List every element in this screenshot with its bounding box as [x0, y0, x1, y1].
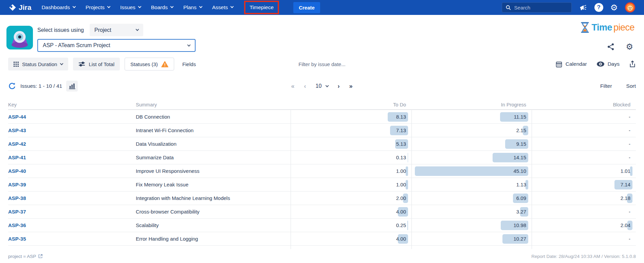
nav-item-timepiece[interactable]: Timepiece: [244, 0, 279, 15]
date-filter-input[interactable]: Filter by issue date...: [298, 61, 345, 67]
days-toggle-button[interactable]: Days: [596, 61, 620, 67]
duration-value: 45.10: [513, 168, 526, 174]
blocked-cell: 2.04: [532, 219, 636, 232]
in-progress-cell: 14.15: [411, 151, 532, 164]
issue-key-link[interactable]: ASP-39: [8, 182, 136, 187]
avatar[interactable]: [625, 2, 635, 13]
next-page-button[interactable]: ›: [337, 83, 340, 90]
todo-cell: 2.00: [291, 191, 411, 205]
sort-button[interactable]: Sort: [626, 83, 636, 89]
refresh-icon[interactable]: [8, 82, 16, 90]
nav-item-projects[interactable]: Projects: [86, 0, 110, 15]
search-box[interactable]: Search: [502, 2, 572, 13]
issue-key-link[interactable]: ASP-37: [8, 209, 136, 215]
sliders-icon: [78, 61, 85, 67]
col-header-blocked: Blocked: [532, 102, 636, 107]
issue-key-link[interactable]: ASP-35: [8, 236, 136, 242]
duration-value: -: [629, 127, 630, 133]
duration-value: -: [629, 236, 630, 242]
todo-cell: 5.13: [291, 137, 411, 150]
chevron-down-icon: [187, 43, 191, 46]
chevron-down-icon: [326, 84, 329, 87]
table-row: ASP-36Scalability0.2510.982.04: [8, 219, 636, 232]
issue-key-link[interactable]: ASP-40: [8, 168, 136, 174]
in-progress-cell: 9.15: [411, 137, 532, 150]
issue-summary: DB Connection: [136, 114, 291, 120]
table-row: ASP-41Summarize Data0.1314.15-: [8, 151, 636, 164]
issue-key-link[interactable]: ASP-44: [8, 114, 136, 120]
timepiece-app-icon: [6, 26, 33, 49]
issue-key-link[interactable]: ASP-41: [8, 155, 136, 160]
bar-chart-icon: [69, 83, 75, 89]
in-progress-cell: 10.27: [411, 232, 532, 245]
todo-cell: 1.00: [291, 178, 411, 191]
app-header: Select issues using Project ASP - ATeam …: [0, 15, 644, 58]
duration-value: 6.09: [516, 195, 526, 201]
last-page-button[interactable]: »: [349, 83, 353, 90]
search-icon: [505, 5, 511, 11]
duration-bar: [415, 166, 528, 176]
duration-value: 2.15: [516, 127, 526, 133]
logo-piece-text: piece: [613, 22, 634, 33]
duration-value: 2.00: [396, 195, 406, 201]
duration-value: 10.27: [513, 236, 526, 242]
duration-value: 4.00: [396, 236, 406, 242]
export-icon[interactable]: [629, 60, 636, 68]
blocked-cell: -: [532, 205, 636, 218]
create-button[interactable]: Create: [293, 2, 320, 13]
duration-value: 2.04: [621, 222, 630, 228]
list-of-total-button[interactable]: List of Total: [73, 58, 120, 70]
toolbar: Status Duration List of Total Statuses (…: [8, 57, 636, 71]
page-size-select[interactable]: 10: [316, 83, 329, 89]
nav-item-boards[interactable]: Boards: [151, 0, 173, 15]
megaphone-icon[interactable]: [579, 4, 587, 12]
issue-key-link[interactable]: ASP-36: [8, 222, 136, 228]
fields-button[interactable]: Fields: [182, 61, 196, 67]
search-placeholder: Search: [514, 5, 531, 11]
duration-value: 11.15: [514, 114, 526, 120]
prev-page-button[interactable]: ‹: [304, 83, 307, 90]
table-header: Key Summary To Do In Progress Blocked: [8, 100, 636, 110]
select-mode-dropdown[interactable]: Project: [90, 24, 143, 36]
issue-summary: Intranet Wi-Fi Connection: [136, 127, 291, 133]
first-page-button[interactable]: «: [291, 83, 295, 90]
calendar-button[interactable]: Calendar: [555, 61, 587, 68]
duration-value: 1.00: [396, 182, 406, 187]
in-progress-cell: 2.15: [411, 124, 532, 137]
nav-item-plans[interactable]: Plans: [183, 0, 202, 15]
view-selector-button[interactable]: Status Duration: [8, 58, 68, 70]
duration-value: 14.15: [513, 155, 526, 160]
todo-cell: 4.00: [291, 205, 411, 218]
todo-cell: 0.25: [291, 219, 411, 232]
issue-key-link[interactable]: ASP-38: [8, 195, 136, 201]
nav-item-assets[interactable]: Assets: [212, 0, 234, 15]
chart-view-button[interactable]: [66, 81, 78, 92]
duration-value: 5.13: [396, 141, 406, 147]
issue-summary: Fix Memory Leak Issue: [136, 182, 291, 187]
issue-key-link[interactable]: ASP-42: [8, 141, 136, 147]
select-issues-label: Select issues using: [37, 27, 84, 33]
settings-gear-icon[interactable]: ⚙: [626, 43, 633, 51]
nav-item-issues[interactable]: Issues: [120, 0, 141, 15]
jira-logo[interactable]: Jira: [9, 3, 31, 12]
nav-item-dashboards[interactable]: Dashboards: [41, 0, 75, 15]
duration-value: 0.13: [396, 155, 406, 160]
blocked-cell: 7.14: [532, 178, 636, 191]
filter-button[interactable]: Filter: [600, 83, 612, 89]
issues-count: Issues: 1 - 10 / 41: [20, 83, 62, 89]
blocked-cell: -: [532, 232, 636, 245]
logo-time-text: Time: [591, 22, 612, 33]
issue-summary: Integration with Machine Learning Models: [136, 195, 291, 201]
jql-link[interactable]: project = ASP: [8, 254, 43, 259]
eye-icon: [596, 61, 605, 67]
grid-icon: [14, 62, 19, 67]
gear-icon[interactable]: ⚙: [610, 3, 618, 12]
share-icon[interactable]: [607, 43, 615, 51]
warning-icon: [161, 61, 168, 67]
duration-bar: [630, 166, 632, 176]
project-select[interactable]: ASP - ATeam Scrum Project: [37, 39, 196, 52]
chevron-down-icon: [138, 5, 141, 8]
issue-key-link[interactable]: ASP-43: [8, 127, 136, 133]
statuses-button[interactable]: Statuses (3): [125, 58, 174, 70]
help-icon[interactable]: ?: [594, 3, 603, 12]
